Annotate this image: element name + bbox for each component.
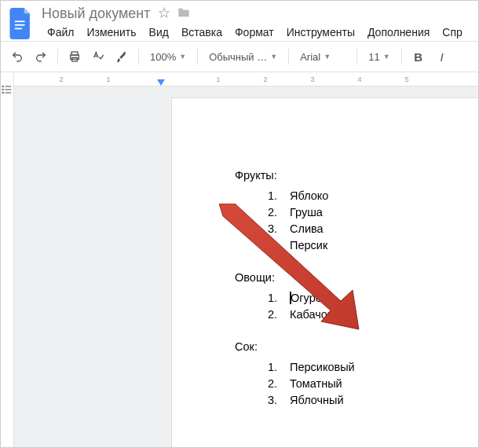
redo-button[interactable] — [31, 46, 51, 67]
separator — [138, 49, 139, 64]
list-item[interactable]: 1.Персиковый — [263, 359, 479, 376]
chevron-down-icon: ▼ — [179, 53, 186, 61]
outline-panel[interactable] — [1, 72, 14, 448]
svg-rect-0 — [15, 20, 25, 22]
zoom-dropdown[interactable]: 100%▼ — [145, 46, 191, 67]
chevron-down-icon: ▼ — [383, 53, 390, 61]
separator — [288, 49, 289, 64]
list-item[interactable]: 2.Кабачок — [263, 307, 479, 323]
paint-format-button[interactable] — [112, 46, 132, 67]
font-dropdown[interactable]: Arial▼ — [295, 46, 350, 67]
title-row: Новый документ Файл Изменить Вид Вставка… — [7, 6, 472, 41]
docs-logo-icon[interactable] — [7, 9, 35, 38]
menu-addons[interactable]: Дополнения — [362, 24, 435, 41]
toolbar: 100%▼ Обычный …▼ Arial▼ 11▼ B I — [1, 41, 478, 72]
separator — [357, 49, 357, 64]
list-item[interactable]: 2.Томатный — [263, 376, 479, 392]
numbered-list[interactable]: 1.Персиковый 2.Томатный 3.Яблочный — [263, 359, 479, 409]
menu-bar: Файл Изменить Вид Вставка Формат Инструм… — [42, 24, 468, 41]
list-item[interactable]: 4.Персик — [263, 237, 479, 254]
italic-button[interactable]: I — [432, 46, 452, 67]
chevron-down-icon: ▼ — [270, 53, 277, 61]
section-title[interactable]: Сок: — [235, 340, 479, 353]
separator — [57, 49, 58, 64]
doc-title[interactable]: Новый документ — [42, 6, 151, 22]
menu-insert[interactable]: Вставка — [176, 24, 228, 41]
folder-icon[interactable] — [177, 6, 190, 22]
star-icon[interactable] — [159, 6, 170, 22]
app-header: Новый документ Файл Изменить Вид Вставка… — [1, 1, 478, 41]
section-title[interactable]: Овощи: — [235, 271, 479, 284]
outline-icon — [1, 83, 13, 96]
workspace: 2 1 1 2 3 4 5 Фрукты: 1.Яблоко 2.Груша 3… — [1, 72, 478, 448]
svg-marker-3 — [159, 8, 169, 17]
menu-tools[interactable]: Инструменты — [281, 24, 360, 41]
separator — [401, 49, 402, 64]
numbered-list[interactable]: 1.Огурец 2.Кабачок — [263, 290, 479, 323]
horizontal-ruler[interactable]: 2 1 1 2 3 4 5 — [14, 72, 479, 86]
list-item[interactable]: 1.Яблоко — [263, 188, 479, 204]
list-item[interactable]: 1.Огурец — [263, 290, 479, 307]
undo-button[interactable] — [7, 46, 27, 67]
page-area: Фрукты: 1.Яблоко 2.Груша 3.Слива 4.Перси… — [14, 86, 479, 448]
fontsize-dropdown[interactable]: 11▼ — [364, 46, 394, 67]
ruler-wrap: 2 1 1 2 3 4 5 Фрукты: 1.Яблоко 2.Груша 3… — [14, 72, 479, 448]
menu-format[interactable]: Формат — [229, 24, 280, 41]
spellcheck-button[interactable] — [88, 46, 108, 67]
print-button[interactable] — [64, 46, 85, 67]
menu-view[interactable]: Вид — [144, 24, 174, 41]
chevron-down-icon: ▼ — [324, 53, 331, 61]
separator — [197, 49, 198, 64]
menu-file[interactable]: Файл — [42, 24, 79, 41]
menu-edit[interactable]: Изменить — [81, 24, 141, 41]
first-line-indent-icon[interactable] — [157, 79, 163, 86]
list-item[interactable]: 3.Слива — [263, 221, 479, 237]
list-item[interactable]: 2.Груша — [263, 204, 479, 221]
bold-button[interactable]: B — [408, 46, 429, 67]
svg-point-11 — [2, 89, 3, 90]
document-page[interactable]: Фрукты: 1.Яблоко 2.Груша 3.Слива 4.Перси… — [171, 97, 479, 448]
svg-marker-13 — [157, 79, 165, 86]
numbered-list[interactable]: 1.Яблоко 2.Груша 3.Слива 4.Персик — [263, 188, 479, 254]
svg-point-10 — [2, 86, 3, 86]
svg-rect-1 — [15, 24, 25, 25]
list-item[interactable]: 3.Яблочный — [263, 392, 479, 409]
menu-help[interactable]: Спр — [437, 24, 467, 41]
svg-point-12 — [2, 92, 3, 93]
doc-title-row: Новый документ — [42, 6, 468, 22]
section-title[interactable]: Фрукты: — [235, 169, 479, 182]
svg-rect-2 — [15, 28, 22, 29]
style-dropdown[interactable]: Обычный …▼ — [204, 46, 282, 67]
